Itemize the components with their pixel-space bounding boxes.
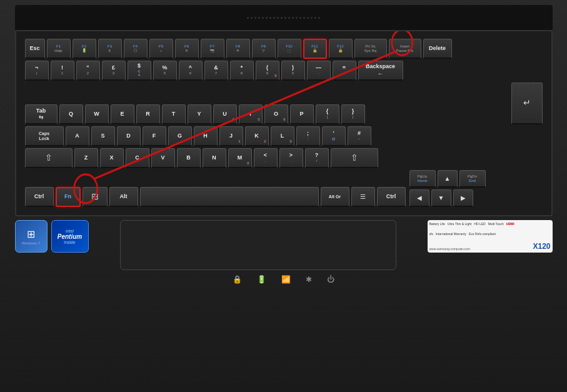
key-p[interactable]: P: [290, 104, 314, 124]
key-f10[interactable]: F10⬚: [278, 39, 301, 59]
key-f6[interactable]: F6✕: [175, 39, 199, 59]
key-space[interactable]: [140, 187, 319, 207]
key-comma[interactable]: <,: [254, 148, 278, 168]
key-bracket-open[interactable]: {[: [316, 104, 339, 124]
key-s[interactable]: S: [91, 126, 115, 146]
key-6[interactable]: ^6: [179, 61, 203, 81]
samsung-url: www.samsung-computer.com: [429, 247, 470, 251]
key-slash[interactable]: ?/: [305, 148, 329, 168]
key-c[interactable]: C: [126, 148, 149, 168]
key-f12[interactable]: F12🔒: [329, 39, 353, 59]
key-z[interactable]: Z: [74, 148, 98, 168]
key-pgdn[interactable]: PgDnEnd: [459, 170, 486, 188]
key-f2[interactable]: F2🔋: [73, 39, 96, 59]
key-7[interactable]: &7: [204, 61, 228, 81]
key-f11[interactable]: F11🔒: [303, 39, 327, 59]
key-g[interactable]: G: [168, 126, 192, 146]
key-esc[interactable]: Esc: [25, 39, 45, 59]
key-backtick[interactable]: ¬|: [25, 61, 49, 81]
key-context-menu[interactable]: ☰: [351, 187, 375, 207]
key-right-arrow[interactable]: ▶: [453, 189, 473, 207]
key-9[interactable]: (99: [256, 61, 279, 81]
key-y[interactable]: Y: [188, 104, 211, 124]
key-bracket-close[interactable]: }]: [341, 104, 365, 124]
key-left-alt[interactable]: Alt: [109, 187, 138, 207]
key-0[interactable]: )0: [281, 61, 305, 81]
key-right-ctrl[interactable]: Ctrl: [377, 187, 406, 207]
key-f[interactable]: F: [143, 126, 166, 146]
model-badge: Battery Life Ultra Thin & Light HD LED M…: [428, 220, 553, 253]
battery-nav-icon: 🔋: [257, 275, 266, 284]
key-d[interactable]: D: [117, 126, 141, 146]
laptop-body: Esc F1Help F2🔋 F3€ F4☐ F5☼ F6✕ F7📷 F8✈ F…: [0, 0, 567, 392]
key-e[interactable]: E: [111, 104, 134, 124]
key-f9[interactable]: F9▽: [252, 39, 276, 59]
key-j[interactable]: J1: [219, 126, 243, 146]
key-h[interactable]: H: [194, 126, 218, 146]
key-n[interactable]: N: [203, 148, 226, 168]
hdmi-label: HDMI: [506, 222, 514, 226]
key-f5[interactable]: F5☼: [149, 39, 173, 59]
key-right-shift[interactable]: ⇧: [331, 148, 378, 168]
key-hash[interactable]: #~: [348, 126, 371, 146]
touchpad[interactable]: [120, 220, 396, 270]
bluetooth-icon: ✱: [306, 275, 312, 284]
key-a[interactable]: A: [66, 126, 89, 146]
key-insert[interactable]: InsertPause Brk: [389, 39, 421, 59]
key-down-arrow[interactable]: ▼: [431, 189, 451, 207]
key-quote[interactable]: '@: [322, 126, 346, 146]
key-backspace[interactable]: Backspace←: [358, 61, 403, 81]
speaker-grill-top: [15, 5, 553, 30]
key-5[interactable]: %5: [153, 61, 177, 81]
key-enter[interactable]: ↵: [511, 83, 543, 124]
key-windows[interactable]: ⊞: [83, 187, 108, 207]
key-r[interactable]: R: [136, 104, 160, 124]
key-delete[interactable]: Delete: [423, 39, 452, 59]
key-period[interactable]: >.: [279, 148, 303, 168]
key-t[interactable]: T: [162, 104, 186, 124]
warranty-label: International Warranty: [436, 232, 466, 236]
key-left-arrow[interactable]: ◀: [409, 189, 429, 207]
intel-badge: intel Pentium inside: [51, 220, 89, 253]
key-4[interactable]: $€4: [128, 61, 151, 81]
key-b[interactable]: B: [177, 148, 201, 168]
windows-icon: ⊞: [27, 228, 35, 240]
key-m[interactable]: M0: [228, 148, 252, 168]
key-equals[interactable]: =+: [333, 61, 356, 81]
wifi-icon: 📶: [281, 275, 291, 284]
key-f4[interactable]: F4☐: [124, 39, 148, 59]
key-k[interactable]: K2: [245, 126, 269, 146]
key-w[interactable]: W: [85, 104, 109, 124]
key-o[interactable]: O6: [264, 104, 288, 124]
key-up-arrow[interactable]: ▲: [438, 170, 458, 188]
key-x[interactable]: X: [100, 148, 124, 168]
key-alt-gr[interactable]: Alt Gr: [321, 187, 349, 207]
key-fn[interactable]: Fn: [56, 187, 81, 207]
key-1[interactable]: !1: [51, 61, 74, 81]
badge-row-2: sfs International Warranty Eco Rofs comp…: [429, 232, 551, 236]
key-left-ctrl[interactable]: Ctrl: [25, 187, 54, 207]
key-semicolon[interactable]: ;:: [296, 126, 320, 146]
key-8[interactable]: *8: [230, 61, 254, 81]
key-f3[interactable]: F3€: [98, 39, 122, 59]
key-f8[interactable]: F8✈: [226, 39, 250, 59]
key-left-shift[interactable]: ⇧: [25, 148, 73, 168]
key-tab[interactable]: Tab⇆: [25, 104, 58, 124]
windows-label: Windows 7: [22, 241, 40, 245]
key-l[interactable]: L3: [271, 126, 294, 146]
key-u[interactable]: U4: [213, 104, 237, 124]
key-pgup[interactable]: PgUpHome: [409, 170, 436, 188]
key-f7[interactable]: F7📷: [201, 39, 224, 59]
key-v[interactable]: V: [151, 148, 175, 168]
ultralight-label: Ultra Thin & Light: [448, 222, 472, 226]
lock-icon: 🔒: [233, 275, 242, 284]
model-number: X120: [533, 242, 550, 251]
key-3[interactable]: £3: [102, 61, 126, 81]
key-q[interactable]: Q: [59, 104, 83, 124]
key-capslock[interactable]: CapsLock: [25, 126, 64, 146]
key-f1[interactable]: F1Help: [47, 39, 71, 59]
key-i[interactable]: I5: [239, 104, 263, 124]
key-prtsc[interactable]: Prt ScSys Rq: [354, 39, 387, 59]
key-minus[interactable]: —-: [307, 61, 331, 81]
key-2[interactable]: "2: [76, 61, 100, 81]
